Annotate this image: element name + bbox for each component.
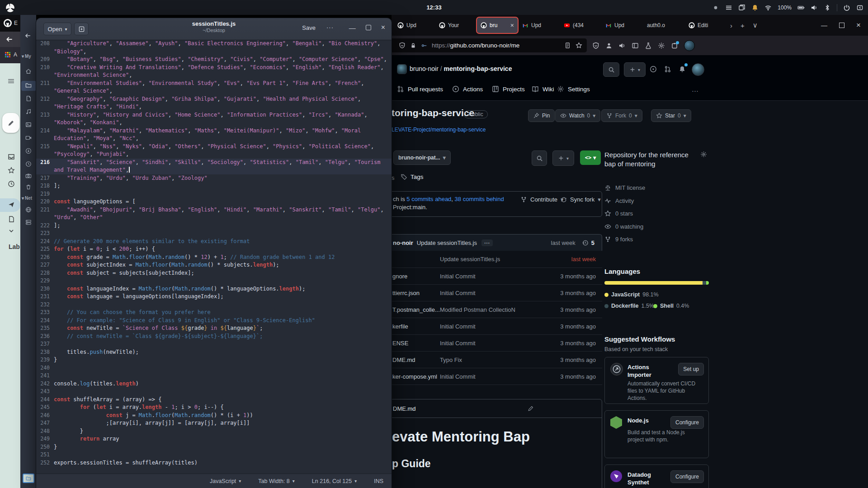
add-file-button[interactable]: ▾ [552, 150, 574, 166]
file-name[interactable]: gnore [392, 273, 440, 280]
sidebar-meta-fork[interactable]: 9 forks [604, 236, 633, 243]
code-line-218[interactable]: 218]; [36, 182, 392, 190]
browser-tab-4[interactable]: Upd [519, 18, 559, 33]
code-line-wrap[interactable]: "Koborok", "Konkani", [36, 119, 392, 127]
file-name[interactable]: ttierrc.json [392, 290, 440, 296]
tab-wiki[interactable]: Wiki [532, 85, 554, 93]
commit-message[interactable]: Initial Commit [440, 373, 560, 380]
code-line-208[interactable]: 208 "Agriculture", "Assamese", "Ayush", … [36, 40, 392, 48]
files-pictures[interactable] [25, 122, 32, 128]
code-line-239[interactable]: 239} [36, 356, 392, 364]
contribute-button[interactable]: Contribute▾ [520, 196, 564, 203]
gmail-star[interactable] [8, 167, 15, 174]
code-line-216[interactable]: 216 "Sanskrit", "Science", "Sindhi", "Sk… [36, 159, 392, 167]
files-network-globe[interactable] [25, 206, 32, 213]
workflow-title[interactable]: DatadogSynthet [627, 471, 661, 486]
files-server[interactable] [25, 219, 32, 225]
tracking-shield-icon[interactable] [399, 42, 406, 49]
table-row[interactable]: kerfile Initial Commit 3 months ago [392, 318, 602, 335]
browser-tab-2[interactable]: Your [435, 18, 476, 33]
code-line-232[interactable]: 232 [36, 301, 392, 309]
tab-overflow-button[interactable]: › [726, 22, 736, 29]
code-line-249[interactable]: 249 return array [36, 435, 392, 443]
browser-tab-3[interactable]: bru× [477, 18, 518, 33]
bell-tray[interactable] [751, 4, 759, 11]
gmail-chevron-down[interactable] [8, 227, 15, 235]
pin-button[interactable]: Pin [528, 109, 555, 122]
files-recent-clock[interactable] [25, 161, 32, 167]
files-downloads[interactable] [25, 148, 32, 154]
commit-message[interactable]: Initial Commit [440, 273, 560, 280]
new-tab-button[interactable]: + [736, 22, 749, 29]
breadcrumb-repo[interactable]: mentoring-bap-service [444, 65, 512, 72]
browser-sound-speaker[interactable] [618, 42, 626, 49]
code-line-214[interactable]: 214 "Malayalam", "Marathi", "Mathematics… [36, 127, 392, 135]
file-name[interactable]: T.postman_colle... [392, 306, 440, 313]
code-line-209[interactable]: 209 "Botany", "Bsg", "Buisness Studies",… [36, 56, 392, 64]
language-legend-dockerfile[interactable]: Dockerfile1.5% [604, 303, 654, 309]
code-line-242[interactable]: 242console.log(titles.length) [36, 380, 392, 388]
code-line-223[interactable]: 223 [36, 230, 392, 238]
code-line-wrap[interactable]: "Psycology", "Punjabi", [36, 150, 392, 159]
code-line-219[interactable]: 219 [36, 190, 392, 198]
bluetooth-tray[interactable] [824, 4, 831, 11]
code-line-238[interactable]: 238 titles.push(newTitle); [36, 348, 392, 357]
code-line-229[interactable]: 229 [36, 277, 392, 285]
url-bar[interactable]: https://github.com/bruno-noir/me [392, 38, 587, 52]
commit-message[interactable]: Update sessionTitles.js [440, 256, 571, 263]
lock-icon[interactable] [410, 42, 416, 49]
table-row[interactable]: ker-compose.yml Initial Commit 3 months … [392, 368, 602, 385]
commit-message[interactable]: Update sessionTitles.js [417, 239, 477, 246]
code-line-wrap[interactable]: "Urdu", "Other" [36, 214, 392, 222]
files-home[interactable] [25, 68, 32, 75]
gmail-compose-button[interactable] [2, 113, 19, 133]
code-line-wrap[interactable]: "Biology", [36, 48, 392, 56]
browser-gear[interactable] [658, 42, 665, 49]
browser-tab-1[interactable]: Upd [394, 18, 434, 33]
commits-ahead-link[interactable]: 5 commits ahead [406, 196, 451, 202]
browser-tab-5[interactable]: (434 [560, 18, 601, 33]
files-music[interactable] [25, 108, 32, 115]
workflow-action-button[interactable]: Set up [678, 363, 704, 375]
tab-width-selector[interactable]: Tab Width: 8▾ [258, 478, 295, 484]
table-row[interactable]: T.postman_colle... Modified Postman Coll… [392, 301, 602, 318]
file-name[interactable]: kerfile [392, 323, 440, 330]
code-line-211[interactable]: 211 "Environmental Studies", "Environmen… [36, 80, 392, 88]
code-line-243[interactable]: 243 [36, 388, 392, 396]
commit-message[interactable]: Initial Commit [440, 340, 560, 347]
code-line-227[interactable]: 227 const subjectIndex = Math.floor(Math… [36, 261, 392, 269]
gmail-snooze-clock[interactable] [8, 180, 15, 188]
reader-mode-icon[interactable] [564, 42, 571, 49]
code-line-235[interactable]: 235 const newTitle = `Science of Class $… [36, 324, 392, 333]
gmail-sent-arrow[interactable] [8, 201, 15, 208]
code-line-212[interactable]: 212 "Geography", "Graaphic Design", "Gri… [36, 95, 392, 103]
code-line-247[interactable]: 247 ;[array[i], array[j]] = [array[j], a… [36, 419, 392, 427]
tab-projects[interactable]: Projects [492, 85, 525, 93]
browser-tab-7[interactable]: auth0.o [643, 18, 684, 33]
code-line-251[interactable]: 251 [36, 451, 392, 459]
forked-from-link[interactable]: LEVATE-Project/mentoring-bap-service [392, 127, 486, 133]
language-legend-shell[interactable]: Shell0.4% [653, 303, 689, 309]
code-line-wrap[interactable]: "General Science", [36, 87, 392, 95]
cursor-position[interactable]: Ln 216, Col 125▾ [312, 478, 357, 484]
window-close-button[interactable]: × [381, 23, 385, 32]
code-line-226[interactable]: 226 const grade = Math.floor(Math.random… [36, 253, 392, 262]
commit-message[interactable]: Initial Commit [440, 323, 560, 330]
code-line-234[interactable]: 234 // For example: "Science of Class 9 … [36, 317, 392, 325]
code-line-245[interactable]: 245 for (let i = array.length - 1; i > 0… [36, 404, 392, 412]
code-line-220[interactable]: 220const languageOptions = [ [36, 198, 392, 206]
table-row[interactable]: DME.md Typo Fix 3 months ago [392, 351, 602, 368]
file-name[interactable]: ker-compose.yml [392, 373, 440, 380]
code-line-236[interactable]: 236 // const newTitle = `Class ${grade}-… [36, 333, 392, 341]
gmail-menu-icon[interactable] [7, 77, 15, 85]
window-maximize-button[interactable] [839, 23, 844, 28]
sync-fork-button[interactable]: Sync fork▾ [561, 196, 601, 203]
code-line-237[interactable]: 237 [36, 340, 392, 348]
code-line-241[interactable]: 241 [36, 372, 392, 380]
code-line-wrap[interactable]: Education", "Moya", "Ncc", [36, 135, 392, 143]
tray-box-tray[interactable] [856, 4, 863, 11]
commit-message[interactable]: Modified Postman CollectioN [440, 306, 560, 313]
code-line-wrap[interactable]: "Heritage Crafts", "Hindi", [36, 103, 392, 111]
watch-button[interactable]: Watch0▾ [555, 109, 600, 122]
language-legend-javascript[interactable]: JavaScript98.1% [604, 291, 659, 298]
